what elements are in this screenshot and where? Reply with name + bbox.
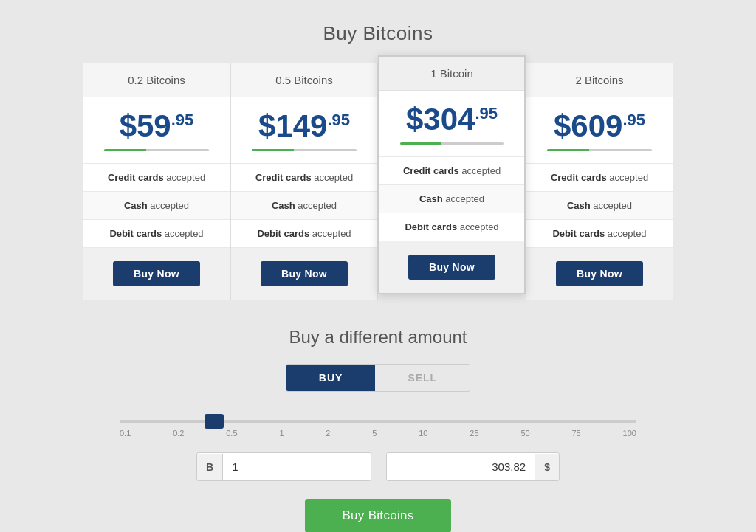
usd-input[interactable] [387, 453, 535, 480]
buy-now-button-card-2[interactable]: Buy Now [556, 261, 643, 286]
input-row: B $ [75, 452, 681, 481]
card-feature-card-0.2-0: Credit cards accepted [83, 164, 230, 192]
card-action-card-1: Buy Now [379, 241, 524, 293]
card-header-card-1: 1 Bitcoin [379, 57, 524, 91]
price-bar-card-2 [547, 149, 652, 151]
pricing-card-card-0.5: 0.5 Bitcoins $149.95 Credit cards accept… [230, 63, 378, 300]
card-feature-card-0.5-0: Credit cards accepted [231, 164, 377, 192]
page-title: Buy Bitcoins [323, 22, 433, 45]
buy-bitcoins-button[interactable]: Buy Bitcoins [305, 499, 450, 532]
slider-label: 50 [520, 429, 529, 438]
card-header-card-0.5: 0.5 Bitcoins [231, 63, 377, 97]
card-header-card-0.2: 0.2 Bitcoins [83, 63, 230, 97]
buy-sell-toggle: BUY SELL [286, 364, 470, 392]
card-price-section-card-0.5: $149.95 [231, 97, 377, 164]
slider-label: 1 [279, 429, 284, 438]
pricing-card-card-1: 1 Bitcoin $304.95 Credit cards accepted … [378, 55, 526, 294]
pricing-cards: 0.2 Bitcoins $59.95 Credit cards accepte… [83, 63, 673, 300]
card-price-card-1: $304.95 [387, 104, 517, 135]
btc-input[interactable] [223, 453, 371, 480]
card-price-card-0.2: $59.95 [91, 111, 222, 142]
card-feature-card-0.2-1: Cash accepted [83, 192, 230, 220]
card-price-section-card-2: $609.95 [526, 97, 673, 164]
amount-slider-container: 0.10.20.512510255075100 [120, 412, 636, 438]
buy-toggle-button[interactable]: BUY [286, 365, 376, 391]
pricing-card-card-2: 2 Bitcoins $609.95 Credit cards accepted… [526, 63, 673, 300]
slider-label: 2 [326, 429, 330, 438]
different-amount-title: Buy a different amount [75, 327, 681, 348]
usd-suffix: $ [535, 454, 559, 480]
usd-input-group: $ [386, 452, 560, 481]
slider-labels: 0.10.20.512510255075100 [120, 429, 636, 438]
card-header-card-2: 2 Bitcoins [526, 63, 673, 97]
card-feature-card-1-1: Cash accepted [379, 185, 524, 213]
card-feature-card-1-0: Credit cards accepted [379, 157, 524, 185]
slider-label: 100 [623, 429, 636, 438]
slider-label: 0.5 [226, 429, 237, 438]
slider-label: 0.2 [173, 429, 184, 438]
btc-prefix: B [197, 454, 223, 480]
buy-now-button-card-1[interactable]: Buy Now [408, 255, 495, 280]
buy-now-button-card-0.2[interactable]: Buy Now [113, 261, 200, 286]
price-bar-card-1 [400, 142, 504, 145]
card-action-card-2: Buy Now [526, 248, 673, 300]
card-action-card-0.2: Buy Now [83, 248, 230, 300]
card-price-section-card-1: $304.95 [379, 91, 524, 157]
card-feature-card-2-0: Credit cards accepted [526, 164, 673, 192]
slider-label: 75 [571, 429, 580, 438]
sell-toggle-button[interactable]: SELL [375, 365, 470, 391]
card-feature-card-0.5-1: Cash accepted [231, 192, 377, 220]
amount-slider[interactable] [120, 420, 636, 423]
btc-input-group: B [196, 452, 371, 481]
price-bar-card-0.2 [104, 149, 209, 151]
buy-now-button-card-0.5[interactable]: Buy Now [261, 261, 348, 286]
card-price-section-card-0.2: $59.95 [83, 97, 230, 164]
card-price-card-0.5: $149.95 [238, 111, 370, 142]
card-feature-card-0.2-2: Debit cards accepted [83, 220, 230, 248]
card-action-card-0.5: Buy Now [231, 248, 377, 300]
card-feature-card-0.5-2: Debit cards accepted [231, 220, 377, 248]
different-amount-section: Buy a different amount BUY SELL 0.10.20.… [75, 327, 681, 532]
slider-label: 25 [470, 429, 478, 438]
slider-label: 10 [419, 429, 427, 438]
card-feature-card-1-2: Debit cards accepted [379, 213, 524, 241]
card-feature-card-2-2: Debit cards accepted [526, 220, 673, 248]
card-feature-card-2-1: Cash accepted [526, 192, 673, 220]
pricing-card-card-0.2: 0.2 Bitcoins $59.95 Credit cards accepte… [83, 63, 230, 300]
slider-label: 5 [372, 429, 377, 438]
slider-label: 0.1 [120, 429, 131, 438]
card-price-card-2: $609.95 [534, 111, 665, 142]
price-bar-card-0.5 [252, 149, 357, 151]
